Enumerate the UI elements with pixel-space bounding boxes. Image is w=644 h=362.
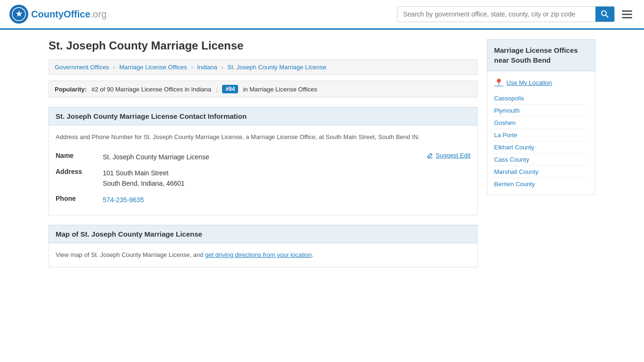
- sidebar-item-plymouth[interactable]: Plymouth: [494, 105, 588, 117]
- map-section: Map of St. Joseph County Marriage Licens…: [49, 225, 478, 267]
- map-section-header: Map of St. Joseph County Marriage Licens…: [49, 225, 478, 243]
- popularity-label: Popularity:: [55, 86, 87, 93]
- address-line1: 101 South Main Street: [103, 168, 471, 178]
- logo[interactable]: ★ CountyOffice.org: [9, 5, 107, 24]
- sidebar-item-cass-county[interactable]: Cass County: [494, 154, 588, 166]
- sidebar-item-cassopolis[interactable]: Cassopolis: [494, 92, 588, 105]
- address-line2: South Bend, Indiana, 46601: [103, 178, 471, 189]
- suggest-edit-button[interactable]: Suggest Edit: [427, 152, 471, 159]
- contact-section: St. Joseph County Marriage License Conta…: [49, 107, 478, 215]
- breadcrumb-link-indiana[interactable]: Indiana: [197, 64, 217, 71]
- svg-text:★: ★: [16, 10, 23, 18]
- popularity-badge-suffix: in Marriage License Offices: [243, 86, 317, 93]
- page-title: St. Joseph County Marriage License: [49, 39, 478, 52]
- main-container: St. Joseph County Marriage License Gover…: [39, 30, 605, 286]
- map-description-end: .: [312, 251, 314, 258]
- breadcrumb-separator: ›: [221, 64, 223, 71]
- header-right: [397, 6, 635, 22]
- sidebar-item-goshen[interactable]: Goshen: [494, 117, 588, 129]
- map-section-body: View map of St. Joseph County Marriage L…: [49, 243, 478, 267]
- breadcrumb: Government Offices › Marriage License Of…: [49, 59, 478, 75]
- popularity-badge: #94: [222, 85, 238, 93]
- use-my-location-label: Use My Location: [506, 79, 552, 86]
- phone-link[interactable]: 574-235-9635: [103, 196, 144, 204]
- sidebar-item-berrien-county[interactable]: Berrien County: [494, 178, 588, 190]
- search-bar: [397, 6, 615, 22]
- popularity-divider: |: [216, 86, 217, 93]
- logo-text: CountyOffice.org: [31, 9, 107, 20]
- sidebar-header-line1: Marriage License Offices: [494, 46, 578, 54]
- map-description-start: View map of St. Joseph County Marriage L…: [56, 251, 205, 258]
- search-input[interactable]: [397, 7, 595, 22]
- name-value: St. Joseph County Marriage License: [103, 152, 427, 162]
- hamburger-icon: [622, 10, 632, 12]
- breadcrumb-separator: ›: [191, 64, 193, 71]
- address-label: Address: [56, 168, 103, 175]
- menu-button[interactable]: [619, 8, 635, 21]
- sidebar-header-line2: near South Bend: [494, 56, 551, 64]
- phone-value: 574-235-9635: [103, 195, 471, 205]
- sidebar-item-marshall-county[interactable]: Marshall County: [494, 166, 588, 178]
- popularity-bar: Popularity: #2 of 90 Marriage License Of…: [49, 81, 478, 98]
- contact-address-row: Address 101 South Main Street South Bend…: [56, 165, 471, 192]
- hamburger-icon: [622, 14, 632, 15]
- contact-phone-row: Phone 574-235-9635: [56, 192, 471, 208]
- location-pin-icon: 📍: [494, 78, 504, 87]
- sidebar-item-elkhart-county[interactable]: Elkhart County: [494, 141, 588, 154]
- search-icon: [601, 10, 609, 18]
- contact-name-row: Name St. Joseph County Marriage License …: [56, 149, 471, 165]
- hamburger-icon: [622, 17, 632, 18]
- breadcrumb-link-government-offices[interactable]: Government Offices: [55, 64, 109, 71]
- contact-table: Name St. Joseph County Marriage License …: [56, 149, 471, 208]
- site-header: ★ CountyOffice.org: [0, 0, 644, 30]
- popularity-rank: #2 of 90 Marriage License Offices in Ind…: [91, 86, 211, 93]
- breadcrumb-link-marriage-license-offices[interactable]: Marriage License Offices: [119, 64, 187, 71]
- search-button[interactable]: [595, 7, 614, 22]
- suggest-edit-label: Suggest Edit: [436, 152, 471, 159]
- sidebar-body: 📍 Use My Location Cassopolis Plymouth Go…: [487, 71, 595, 195]
- suggest-edit-icon: [427, 152, 433, 158]
- contact-description: Address and Phone Number for St. Joseph …: [56, 132, 471, 142]
- breadcrumb-separator: ›: [113, 64, 115, 71]
- contact-section-body: Address and Phone Number for St. Joseph …: [49, 125, 478, 215]
- svg-line-4: [606, 15, 608, 17]
- name-label: Name: [56, 152, 103, 159]
- sidebar: Marriage License Offices near South Bend…: [487, 39, 595, 277]
- driving-directions-link[interactable]: get driving directions from your locatio…: [205, 251, 312, 258]
- sidebar-item-la-porte[interactable]: La Porte: [494, 129, 588, 141]
- breadcrumb-link-current[interactable]: St. Joseph County Marriage License: [227, 64, 326, 71]
- use-my-location-button[interactable]: 📍 Use My Location: [494, 76, 552, 90]
- logo-icon: ★: [9, 5, 28, 24]
- sidebar-header: Marriage License Offices near South Bend: [487, 39, 595, 71]
- phone-label: Phone: [56, 195, 103, 202]
- map-description: View map of St. Joseph County Marriage L…: [56, 250, 471, 260]
- svg-point-3: [602, 11, 606, 16]
- content-area: St. Joseph County Marriage License Gover…: [49, 39, 478, 277]
- contact-section-header: St. Joseph County Marriage License Conta…: [49, 107, 478, 125]
- address-value: 101 South Main Street South Bend, Indian…: [103, 168, 471, 189]
